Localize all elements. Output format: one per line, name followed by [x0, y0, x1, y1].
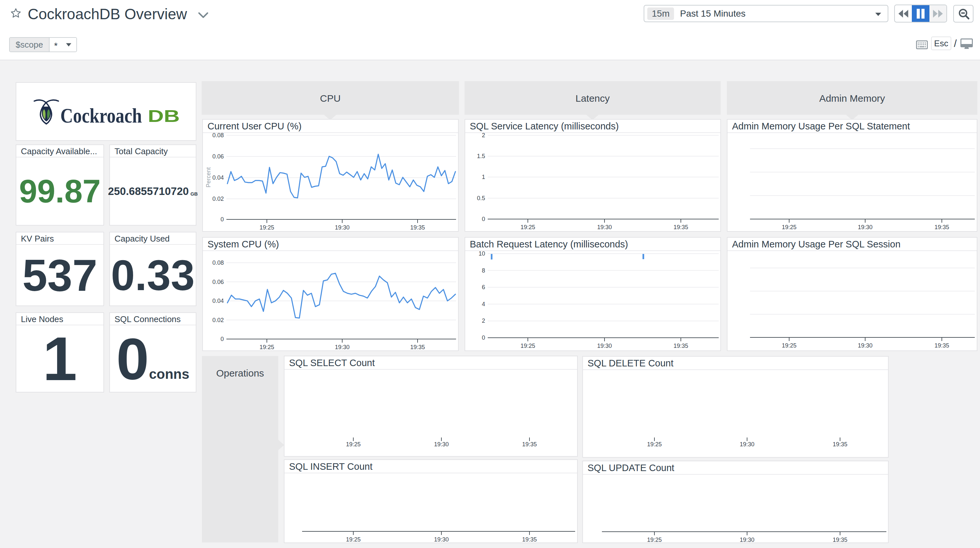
svg-text:DB: DB — [148, 106, 180, 125]
svg-text:Cockroach: Cockroach — [60, 104, 142, 127]
